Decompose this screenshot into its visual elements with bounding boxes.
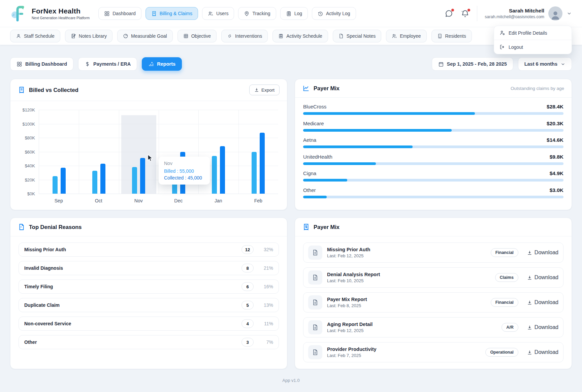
denial-count-badge: 12 [241, 245, 254, 254]
user-menu-trigger[interactable]: Sarah Mitchell sarah.mitchell@oasisnotes… [485, 6, 572, 21]
user-email: sarah.mitchell@oasisnotes.com [485, 14, 544, 19]
collected-bar[interactable] [61, 168, 66, 194]
date-range-button[interactable]: Sep 1, 2025 - Feb, 28 2025 [432, 57, 513, 71]
subnav-staff-schedule[interactable]: Staff Schedule [10, 30, 60, 42]
download-button[interactable]: Download [527, 274, 558, 281]
menu-item-edit-profile[interactable]: Edit Profile Details [494, 26, 572, 40]
header-divider [477, 6, 477, 21]
denial-row-metrics: 411% [241, 319, 273, 328]
nav-activity-log[interactable]: Activity Log [312, 7, 356, 20]
denial-reason-row: Other37% [19, 335, 279, 349]
denial-percentage: 7% [259, 339, 273, 345]
y-axis-tick: $100K [22, 121, 35, 126]
top-navigation: Dashboard Billing & Claims Users Trackin… [98, 7, 356, 20]
denial-reason-label: Duplicate Claim [24, 302, 60, 308]
x-axis-label: Jan [198, 198, 238, 203]
clipboard-clock-icon [278, 33, 284, 39]
download-button[interactable]: Download [527, 349, 558, 355]
billed-bar[interactable] [92, 171, 97, 194]
nav-users[interactable]: Users [202, 7, 234, 20]
menu-item-logout[interactable]: Logout [494, 40, 572, 54]
x-axis-label: Feb [238, 198, 279, 203]
mouse-cursor-icon [147, 154, 154, 162]
billed-bar[interactable] [53, 176, 58, 194]
receipt-dollar-icon [302, 223, 310, 231]
download-button[interactable]: Download [527, 299, 558, 305]
collected-bar[interactable] [260, 133, 265, 194]
card-title: Top Denial Reasons [29, 224, 82, 230]
billed-bar[interactable] [132, 167, 137, 194]
progress-track [303, 162, 563, 165]
payer-name: Other [303, 187, 316, 193]
date-preset-value: Last 6 months [524, 61, 557, 67]
messages-button[interactable] [445, 9, 453, 18]
collected-bar[interactable] [140, 158, 145, 194]
subnav-activity-schedule[interactable]: Activity Schedule [272, 30, 328, 42]
billed-bar[interactable] [212, 156, 217, 194]
denial-count-badge: 8 [241, 264, 254, 272]
billed-bar[interactable] [172, 183, 177, 194]
hands-link-icon [227, 33, 232, 39]
y-axis-tick: $60K [25, 149, 35, 154]
payer-row: Cigna$4.9K [303, 170, 563, 182]
subnav-label: Interventions [235, 33, 262, 39]
payer-row: Medicare$20.3K [303, 121, 563, 132]
nav-log[interactable]: Log [280, 7, 308, 20]
payer-amount: $9.8K [550, 154, 563, 160]
subnav-interventions[interactable]: Interventions [221, 30, 268, 42]
x-axis-label: Nov [119, 198, 159, 203]
file-icon [308, 320, 322, 334]
subnav-notes-library[interactable]: Notes Library [65, 30, 112, 42]
denial-reason-label: Non-covered Service [24, 321, 71, 326]
subnav-residents[interactable]: Residents [431, 30, 472, 42]
chart-x-axis-labels: SepOctNovDecJanFeb [39, 198, 278, 203]
x-axis-label: Dec [159, 198, 199, 203]
report-last-date: Last: Feb 12, 2025 [327, 253, 370, 258]
collected-bar[interactable] [220, 146, 225, 194]
tab-payments-era[interactable]: Payments / ERA [78, 57, 137, 71]
profile-dropdown-menu: Edit Profile Details Logout [494, 26, 572, 54]
billed-bar[interactable] [252, 152, 257, 194]
subnav-objective[interactable]: Objective [177, 30, 217, 42]
collected-bar[interactable] [100, 164, 105, 194]
report-category-badge: Claims [495, 273, 518, 282]
denial-row-metrics: 37% [241, 338, 273, 347]
report-last-date: Last: Feb 12, 2025 [327, 328, 373, 333]
report-text: Aging Report DetailLast: Feb 12, 2025 [327, 322, 373, 333]
subnav-measurable-goal[interactable]: Measurable Goal [117, 30, 173, 42]
download-button[interactable]: Download [527, 250, 558, 256]
subnav-special-notes[interactable]: Special Notes [333, 30, 381, 42]
reports-download-card: Payer Mix Missing Prior AuthLast: Feb 12… [295, 218, 572, 369]
calendar-icon [438, 61, 444, 67]
payer-row-header: BlueCross$28.4K [303, 104, 563, 110]
payer-amount: $20.3K [547, 121, 563, 127]
subnav-employee[interactable]: Employee [386, 30, 426, 42]
chevron-down-icon[interactable] [567, 11, 572, 16]
download-label: Download [535, 324, 558, 330]
report-text: Payer Mix ReportLast: Feb 8, 2025 [327, 297, 367, 308]
chart-column-sep [39, 110, 79, 194]
billed-vs-collected-card: Billed vs Collected Export NovBilled : 5… [10, 79, 287, 210]
tab-reports[interactable]: Reports [142, 57, 182, 71]
nav-dashboard[interactable]: Dashboard [98, 7, 141, 20]
tab-billing-dashboard[interactable]: Billing Dashboard [10, 57, 73, 71]
date-preset-select[interactable]: Last 6 months [518, 57, 572, 71]
download-button[interactable]: Download [527, 324, 558, 330]
denial-row-metrics: 1232% [241, 245, 273, 254]
denial-percentage: 13% [259, 302, 273, 308]
nav-billing-claims[interactable]: Billing & Claims [146, 7, 198, 20]
subnav-label: Notes Library [79, 33, 107, 39]
notifications-button[interactable] [461, 9, 470, 18]
tooltip-value: Billed : 55,000 [164, 168, 204, 174]
app-title: ForNex Health [32, 7, 90, 15]
export-button[interactable]: Export [249, 85, 280, 95]
dashboard-grid-icon [104, 11, 110, 17]
card-title: Payer Mix [314, 85, 340, 92]
payer-row: Aetna$14.6K [303, 137, 563, 148]
tooltip-value: Collected : 45,000 [164, 175, 204, 181]
user-avatar[interactable] [548, 6, 562, 21]
report-last-date: Last: Feb 10, 2025 [327, 278, 380, 283]
nav-tracking[interactable]: Tracking [238, 7, 276, 20]
payer-amount: $14.6K [547, 137, 563, 143]
report-list: Missing Prior AuthLast: Feb 12, 2025Fina… [295, 236, 572, 369]
